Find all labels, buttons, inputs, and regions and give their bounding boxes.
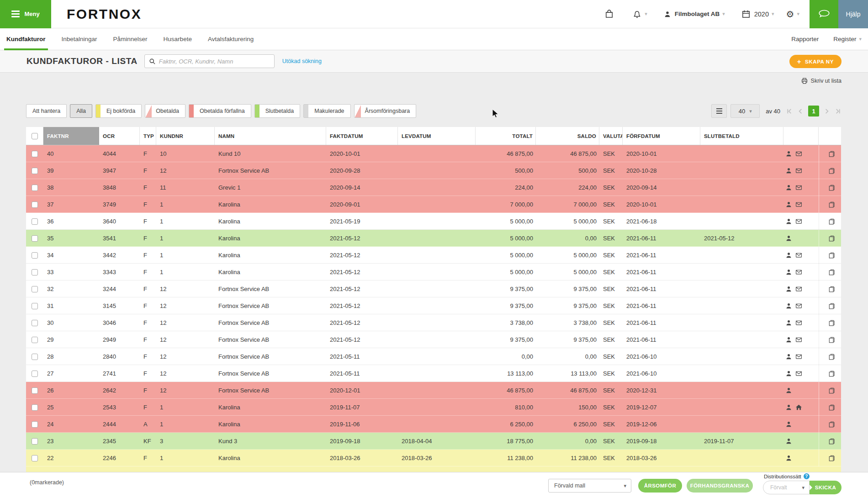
filter-obetalda[interactable]: Obetalda [145, 104, 185, 118]
person-icon[interactable] [785, 167, 792, 174]
mail-icon[interactable] [795, 286, 802, 292]
current-page-button[interactable]: 1 [808, 106, 819, 117]
copy-icon[interactable] [828, 370, 836, 377]
person-icon[interactable] [785, 404, 792, 411]
mail-icon[interactable] [795, 201, 802, 208]
copy-icon[interactable] [828, 319, 836, 327]
tab-inbetalningar[interactable]: Inbetalningar [62, 28, 97, 50]
mail-icon[interactable] [795, 319, 802, 326]
yearend-transfer-button[interactable]: ÅRSOMFÖR [638, 479, 682, 493]
mail-icon[interactable] [795, 218, 802, 225]
copy-icon[interactable] [828, 421, 836, 428]
person-icon[interactable] [785, 319, 792, 326]
tab-kundfakturor[interactable]: Kundfakturor [6, 28, 46, 50]
row-checkbox[interactable] [32, 252, 38, 259]
table-row[interactable]: 27 2741 F 12 Fortnox Service AB 2021-05-… [26, 365, 841, 382]
mail-icon[interactable] [795, 269, 802, 275]
column-header-f-rfdatum[interactable]: FÖRFDATUM [623, 127, 700, 145]
store-button[interactable] [604, 9, 614, 19]
copy-icon[interactable] [828, 438, 836, 445]
person-icon[interactable] [785, 455, 792, 461]
column-header-valuta[interactable]: VALUTA [599, 127, 623, 145]
filter-alla[interactable]: Alla [70, 104, 92, 118]
nav-item-rapporter[interactable]: Rapporter [791, 36, 819, 42]
prev-page-button[interactable] [797, 108, 804, 115]
table-row[interactable]: 29 2949 F 12 Fortnox Service AB 2021-05-… [26, 331, 841, 348]
person-icon[interactable] [785, 353, 792, 360]
copy-icon[interactable] [828, 167, 836, 175]
filter-obetalda-f-rfallna[interactable]: Obetalda förfallna [189, 104, 251, 118]
copy-icon[interactable] [828, 218, 836, 225]
copy-icon[interactable] [828, 387, 836, 394]
row-checkbox[interactable] [32, 320, 38, 326]
copy-icon[interactable] [828, 336, 836, 344]
row-checkbox[interactable] [32, 269, 38, 275]
first-page-button[interactable] [786, 108, 793, 115]
person-icon[interactable] [785, 302, 792, 309]
person-icon[interactable] [785, 184, 792, 191]
row-checkbox[interactable] [32, 354, 38, 360]
mail-icon[interactable] [795, 184, 802, 191]
person-icon[interactable] [785, 387, 792, 394]
table-row[interactable]: 33 3343 F 1 Karolina 2021-05-12 5 000,00… [26, 264, 841, 281]
table-row[interactable]: 26 2642 F 12 Fortnox Service AB 2020-12-… [26, 382, 841, 399]
mail-icon[interactable] [795, 353, 802, 360]
column-header-faktdatum[interactable]: FAKTDATUM [326, 127, 398, 145]
copy-icon[interactable] [828, 235, 836, 242]
row-checkbox[interactable] [32, 168, 38, 174]
column-header-namn[interactable]: NAMN [215, 127, 326, 145]
person-icon[interactable] [785, 269, 792, 275]
table-row[interactable]: 32 3244 F 12 Fortnox Service AB 2021-05-… [26, 281, 841, 297]
person-icon[interactable] [785, 336, 792, 343]
last-page-button[interactable] [834, 108, 841, 115]
row-checkbox[interactable] [32, 404, 38, 411]
mail-icon[interactable] [795, 336, 802, 343]
select-all-checkbox[interactable] [32, 133, 38, 139]
copy-icon[interactable] [828, 302, 836, 310]
row-checkbox[interactable] [32, 455, 38, 461]
year-selector[interactable]: 2020 ▾ [741, 10, 774, 19]
row-checkbox[interactable] [32, 387, 38, 394]
filter-makulerade[interactable]: Makulerade [303, 104, 350, 118]
row-checkbox[interactable] [32, 371, 38, 377]
row-checkbox[interactable] [32, 337, 38, 343]
distribution-select[interactable]: Förvalt ▾ [763, 481, 810, 494]
table-row[interactable]: 24 2444 A 1 Karolina 2019-11-06 6 250,00… [26, 416, 841, 433]
column-header-slutbetald[interactable]: SLUTBETALD [700, 127, 783, 145]
copy-icon[interactable] [828, 404, 836, 411]
table-row[interactable]: 35 3541 F 1 Karolina 2021-05-12 5 000,00… [26, 230, 841, 247]
copy-icon[interactable] [828, 252, 836, 259]
menu-button[interactable]: Meny [0, 0, 51, 28]
company-menu[interactable]: Filmbolaget AB ▾ [664, 11, 725, 18]
search-input[interactable] [159, 58, 270, 65]
table-row[interactable]: 34 3442 F 1 Karolina 2021-05-12 5 000,00… [26, 247, 841, 264]
preview-button[interactable]: FÖRHANDSGRANSKA [687, 479, 753, 493]
chat-button[interactable] [810, 0, 838, 28]
tab-husarbete[interactable]: Husarbete [164, 28, 192, 50]
table-row[interactable]: 37 3749 F 1 Karolina 2020-09-01 7 000,00… [26, 196, 841, 213]
filter-slutbetalda[interactable]: Slutbetalda [254, 104, 301, 118]
tab-p-minnelser[interactable]: Påminnelser [113, 28, 148, 50]
person-icon[interactable] [785, 370, 792, 377]
copy-icon[interactable] [828, 455, 836, 462]
next-page-button[interactable] [823, 108, 830, 115]
help-button[interactable]: Hjälp [838, 0, 868, 28]
table-row[interactable]: 36 3640 F 1 Karolina 2021-05-19 5 000,00… [26, 213, 841, 230]
table-row[interactable]: 28 2840 F 12 Fortnox Service AB 2021-05-… [26, 348, 841, 365]
mail-icon[interactable] [795, 252, 802, 259]
copy-icon[interactable] [828, 184, 836, 191]
person-icon[interactable] [785, 150, 792, 157]
table-row[interactable]: 38 3848 F 11 Grevic 1 2020-09-14 224,00 … [26, 179, 841, 196]
column-header-faktnr[interactable]: FAKTNR [43, 127, 99, 145]
search-box[interactable] [144, 54, 275, 68]
row-checkbox[interactable] [32, 235, 38, 242]
mail-icon[interactable] [795, 150, 802, 157]
copy-icon[interactable] [828, 269, 836, 276]
mail-icon[interactable] [795, 302, 802, 309]
row-checkbox[interactable] [32, 218, 38, 225]
column-header-kundnr[interactable]: KUNDNR [156, 127, 215, 145]
copy-icon[interactable] [828, 201, 836, 208]
template-select[interactable]: Förvald mall ▾ [548, 479, 631, 493]
table-row[interactable]: 31 3145 F 12 Fortnox Service AB 2021-05-… [26, 297, 841, 314]
column-header-saldo[interactable]: SALDO [536, 127, 599, 145]
